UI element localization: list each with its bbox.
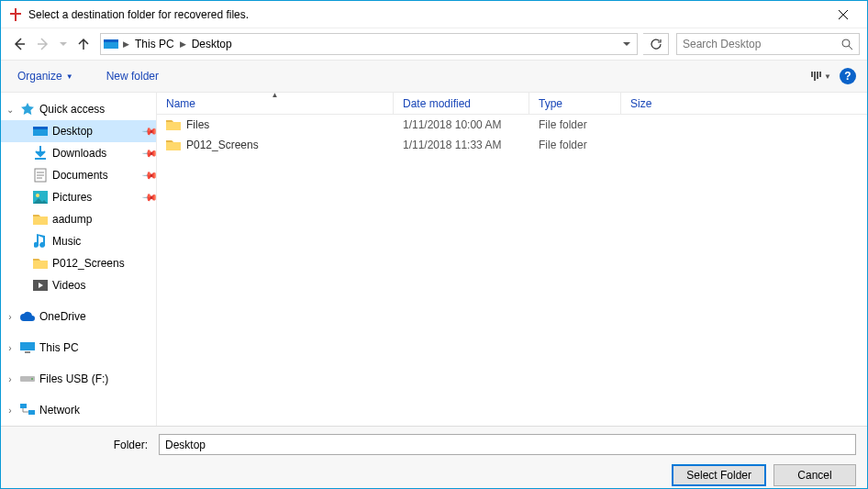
- search-icon: [841, 39, 853, 50]
- svg-rect-14: [20, 404, 27, 408]
- toolbar: Organize ▼ New folder ▼ ?: [1, 60, 867, 93]
- tree-label: aadump: [52, 213, 156, 226]
- expander-icon[interactable]: ›: [5, 343, 16, 353]
- address-bar[interactable]: ▶ This PC ▶ Desktop: [100, 33, 638, 55]
- sort-indicator-icon: ▲: [272, 91, 279, 99]
- close-button[interactable]: [822, 1, 863, 28]
- tree-item-desktop[interactable]: Desktop📌: [1, 120, 156, 142]
- videos-icon: [32, 277, 49, 294]
- tree-this-pc[interactable]: › This PC: [1, 337, 156, 359]
- quick-access-icon: [19, 101, 36, 117]
- expander-icon[interactable]: ⌄: [5, 105, 16, 115]
- svg-point-8: [36, 194, 39, 197]
- tree-item-aadump[interactable]: aadump: [1, 208, 156, 230]
- tree-onedrive[interactable]: › OneDrive: [1, 306, 156, 328]
- folder-input[interactable]: [159, 434, 856, 455]
- footer: Folder: Select Folder Cancel: [1, 426, 867, 489]
- tree-label: Music: [52, 235, 156, 248]
- chevron-down-icon: ▼: [824, 72, 831, 81]
- search-box[interactable]: [676, 33, 860, 55]
- refresh-button[interactable]: [643, 33, 669, 55]
- tree-label: Files USB (F:): [39, 372, 156, 385]
- col-name-label: Name: [166, 97, 195, 110]
- folder-icon: [32, 255, 49, 272]
- file-list: Name ▲ Date modified Type Size Files1/11…: [157, 93, 867, 426]
- tree-item-music[interactable]: Music: [1, 230, 156, 252]
- file-date: 1/11/2018 11:33 AM: [394, 139, 529, 151]
- svg-rect-10: [20, 342, 35, 350]
- folder-label: Folder:: [12, 439, 151, 451]
- music-icon: [32, 233, 49, 250]
- expander-icon[interactable]: ›: [5, 312, 16, 322]
- file-row[interactable]: P012_Screens1/11/2018 11:33 AMFile folde…: [157, 135, 867, 155]
- tree-network[interactable]: › Network: [1, 399, 156, 421]
- recent-dropdown[interactable]: [56, 33, 71, 55]
- tree-usb-drive[interactable]: › Files USB (F:): [1, 368, 156, 390]
- this-pc-icon: [19, 339, 36, 356]
- tree-label: P012_Screens: [52, 257, 156, 270]
- downloads-icon: [32, 145, 49, 161]
- tree-item-pictures[interactable]: Pictures📌: [1, 186, 156, 208]
- up-button[interactable]: [72, 33, 95, 55]
- tree-item-downloads[interactable]: Downloads📌: [1, 142, 156, 164]
- forward-button[interactable]: [32, 33, 54, 55]
- expander-icon[interactable]: ›: [5, 406, 16, 416]
- window-title: Select a destination folder for recovere…: [28, 8, 822, 21]
- tree-label: Desktop: [52, 125, 139, 138]
- col-type-label: Type: [539, 97, 562, 110]
- file-row[interactable]: Files1/11/2018 10:00 AMFile folder: [157, 115, 867, 135]
- col-size[interactable]: Size: [621, 93, 867, 114]
- pin-icon: 📌: [140, 188, 157, 206]
- help-button[interactable]: ?: [840, 68, 856, 84]
- tree-label: Pictures: [52, 191, 139, 204]
- tree-item-p012-screens[interactable]: P012_Screens: [1, 252, 156, 274]
- file-type: File folder: [529, 118, 621, 131]
- title-bar: Select a destination folder for recovere…: [1, 1, 867, 28]
- pin-icon: 📌: [140, 144, 157, 161]
- breadcrumb-this-pc[interactable]: This PC: [131, 34, 178, 54]
- search-input[interactable]: [683, 38, 841, 50]
- svg-rect-15: [28, 410, 35, 415]
- organize-button[interactable]: Organize ▼: [12, 66, 79, 86]
- tree-item-documents[interactable]: Documents📌: [1, 164, 156, 186]
- file-date: 1/11/2018 10:00 AM: [394, 118, 529, 131]
- svg-rect-1: [104, 39, 118, 42]
- tree-label: This PC: [39, 341, 156, 354]
- pictures-icon: [32, 189, 49, 206]
- tree-item-videos[interactable]: Videos: [1, 274, 156, 296]
- svg-point-13: [31, 378, 33, 380]
- col-size-label: Size: [630, 97, 651, 110]
- back-button[interactable]: [8, 33, 30, 55]
- folder-icon: [166, 139, 181, 151]
- col-type[interactable]: Type: [529, 93, 621, 114]
- svg-rect-4: [33, 127, 48, 129]
- svg-rect-11: [25, 351, 30, 353]
- new-folder-button[interactable]: New folder: [101, 66, 164, 86]
- address-dropdown[interactable]: [618, 40, 635, 48]
- svg-rect-5: [35, 158, 46, 160]
- col-date[interactable]: Date modified: [394, 93, 529, 114]
- location-icon: [103, 36, 119, 52]
- tree-quick-access[interactable]: ⌄ Quick access: [1, 98, 156, 120]
- breadcrumb-desktop[interactable]: Desktop: [188, 34, 236, 54]
- documents-icon: [32, 167, 49, 183]
- chevron-down-icon: ▼: [66, 72, 73, 81]
- pin-icon: 📌: [140, 166, 157, 183]
- file-name: P012_Screens: [186, 139, 259, 151]
- view-mode-button[interactable]: ▼: [808, 69, 834, 83]
- tree-label: Downloads: [52, 147, 139, 160]
- select-folder-button[interactable]: Select Folder: [672, 464, 766, 486]
- folder-icon: [32, 211, 49, 228]
- tree-label: Documents: [52, 169, 139, 182]
- file-type: File folder: [529, 139, 621, 151]
- network-icon: [19, 402, 36, 418]
- col-name[interactable]: Name ▲: [157, 93, 394, 114]
- expander-icon[interactable]: ›: [5, 374, 16, 384]
- app-icon: [8, 7, 23, 22]
- svg-point-2: [842, 39, 850, 47]
- tree-label: OneDrive: [39, 310, 156, 323]
- tree-label: Network: [39, 404, 156, 417]
- cancel-button[interactable]: Cancel: [773, 464, 856, 486]
- file-name: Files: [186, 118, 209, 131]
- breadcrumb-sep: ▶: [178, 39, 188, 49]
